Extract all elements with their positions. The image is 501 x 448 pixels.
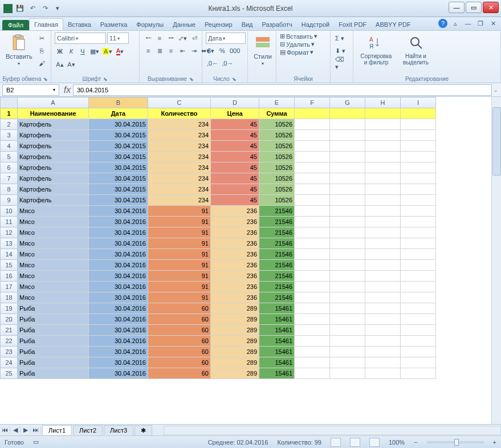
number-launcher[interactable]: ⬊ (232, 76, 237, 82)
cell[interactable]: 91 (148, 206, 211, 217)
row-header[interactable]: 23 (1, 347, 18, 357)
cell[interactable]: 236 (211, 217, 259, 227)
row-header[interactable]: 15 (1, 260, 18, 271)
cell[interactable] (295, 130, 330, 141)
row-header[interactable]: 5 (1, 152, 18, 162)
cell[interactable]: 234 (148, 152, 211, 162)
cell[interactable]: 30.04.2016 (89, 303, 148, 314)
cell[interactable]: Рыба (18, 336, 89, 347)
cell[interactable]: 30.04.2016 (89, 206, 148, 217)
italic-button[interactable]: К (66, 46, 76, 57)
cell[interactable]: 236 (211, 249, 259, 260)
cell[interactable] (365, 141, 401, 152)
row-header[interactable]: 4 (1, 141, 18, 152)
cell[interactable]: Мясо (18, 206, 89, 217)
cell[interactable]: 60 (148, 347, 211, 357)
cell[interactable] (401, 292, 436, 303)
cell[interactable] (330, 173, 365, 184)
cell[interactable]: 289 (211, 325, 259, 336)
column-header-F[interactable]: F (295, 97, 330, 108)
row-header[interactable]: 17 (1, 282, 18, 292)
cell[interactable]: 10526 (259, 152, 295, 162)
row-header[interactable]: 1 (1, 108, 18, 119)
cell[interactable]: Рыба (18, 314, 89, 325)
cell[interactable]: 30.04.2016 (89, 238, 148, 249)
sheet-nav-last[interactable]: ⏭ (31, 426, 41, 434)
underline-button[interactable]: Ч (78, 46, 88, 57)
cell[interactable] (295, 119, 330, 130)
cell[interactable] (330, 206, 365, 217)
cell[interactable] (401, 119, 436, 130)
cell[interactable]: 91 (148, 238, 211, 249)
indent-inc-button[interactable]: ⇥ (189, 45, 199, 56)
cell[interactable] (295, 292, 330, 303)
cell[interactable]: Мясо (18, 292, 89, 303)
close-button[interactable]: ✕ (483, 2, 499, 13)
cell[interactable]: 30.04.2016 (89, 368, 148, 379)
cell[interactable] (295, 108, 330, 119)
cell[interactable]: Мясо (18, 217, 89, 227)
row-header[interactable]: 19 (1, 303, 18, 314)
cell[interactable] (365, 260, 401, 271)
doc-restore-button[interactable]: ❐ (476, 19, 485, 28)
cell[interactable]: 10526 (259, 130, 295, 141)
cell[interactable] (330, 152, 365, 162)
cell[interactable]: 21546 (259, 206, 295, 217)
cell[interactable]: 234 (148, 141, 211, 152)
cell[interactable]: 10526 (259, 162, 295, 173)
cell[interactable]: 30.04.2016 (89, 271, 148, 282)
cell[interactable] (295, 260, 330, 271)
cell[interactable] (365, 238, 401, 249)
tab-formulas[interactable]: Формулы (132, 19, 168, 30)
cell[interactable]: 15461 (259, 368, 295, 379)
cell[interactable] (401, 282, 436, 292)
cell[interactable] (365, 152, 401, 162)
cell[interactable]: 91 (148, 217, 211, 227)
border-button[interactable]: ▦▾ (89, 46, 100, 57)
font-launcher[interactable]: ⬊ (103, 76, 108, 82)
cell[interactable]: Рыба (18, 325, 89, 336)
cell[interactable] (401, 206, 436, 217)
cell[interactable]: Мясо (18, 238, 89, 249)
cell[interactable] (401, 173, 436, 184)
cell[interactable]: 289 (211, 347, 259, 357)
cell[interactable]: 30.04.2015 (89, 119, 148, 130)
fill-color-button[interactable]: A▾ (101, 46, 113, 57)
row-header[interactable]: 16 (1, 271, 18, 282)
wrap-text-button[interactable]: ⏎ (189, 32, 199, 44)
qat-save-button[interactable]: 💾 (15, 3, 25, 14)
cell[interactable] (401, 336, 436, 347)
clipboard-launcher[interactable]: ⬊ (43, 76, 48, 82)
cell[interactable]: 289 (211, 368, 259, 379)
bold-button[interactable]: Ж (55, 46, 65, 57)
cell[interactable] (365, 173, 401, 184)
cell[interactable] (401, 303, 436, 314)
column-header-G[interactable]: G (330, 97, 365, 108)
cell[interactable] (365, 325, 401, 336)
header-cell[interactable]: Цена (211, 108, 259, 119)
cell[interactable]: 15461 (259, 303, 295, 314)
cell[interactable]: 30.04.2015 (89, 173, 148, 184)
cell[interactable]: 60 (148, 368, 211, 379)
tab-view[interactable]: Вид (237, 19, 258, 30)
column-header-C[interactable]: C (148, 97, 211, 108)
view-break-button[interactable] (369, 438, 380, 447)
cell[interactable]: 30.04.2016 (89, 325, 148, 336)
cell[interactable] (295, 152, 330, 162)
minimize-button[interactable]: — (449, 2, 465, 13)
cell[interactable]: 60 (148, 314, 211, 325)
copy-button[interactable]: ⎘ (37, 45, 47, 56)
paste-button[interactable]: Вставить ▾ (3, 32, 35, 67)
autosum-button[interactable]: Σ ▾ (334, 32, 345, 44)
cell[interactable]: 21546 (259, 260, 295, 271)
tab-foxit[interactable]: Foxit PDF (334, 19, 371, 30)
cell[interactable] (365, 347, 401, 357)
cell[interactable] (401, 152, 436, 162)
cell[interactable]: 45 (211, 119, 259, 130)
view-layout-button[interactable] (350, 438, 360, 447)
cell[interactable]: Рыба (18, 368, 89, 379)
cell[interactable]: 91 (148, 282, 211, 292)
sheet-tab-1[interactable]: Лист1 (42, 425, 72, 435)
cell[interactable]: 10526 (259, 184, 295, 195)
align-launcher[interactable]: ⬊ (189, 76, 194, 82)
